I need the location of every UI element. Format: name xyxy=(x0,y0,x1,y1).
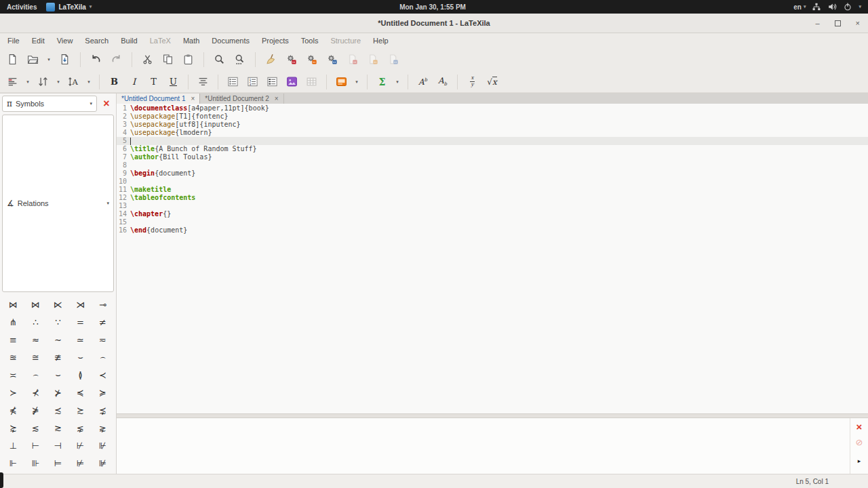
menu-math[interactable]: Math xyxy=(177,35,205,47)
symbol-button[interactable]: ≽ xyxy=(92,384,114,401)
code-line[interactable]: 7\author{Bill Toulas} xyxy=(117,153,868,161)
symbol-button[interactable]: ≻ xyxy=(2,384,24,401)
sectioning-dropdown[interactable]: ▾ xyxy=(24,73,32,90)
symbol-button[interactable]: ⊮ xyxy=(92,436,114,454)
menu-help[interactable]: Help xyxy=(367,35,395,47)
math-environments-button[interactable]: Σ xyxy=(374,73,391,90)
centering-button[interactable] xyxy=(195,73,212,90)
power-icon[interactable] xyxy=(843,2,852,12)
symbol-button[interactable]: ⋔ xyxy=(2,313,24,331)
menu-structure[interactable]: Structure xyxy=(324,35,367,47)
code-line[interactable]: 11\maketitle xyxy=(117,186,868,194)
superscript-button[interactable]: Ab xyxy=(414,73,431,90)
close-tab-icon[interactable]: × xyxy=(191,96,195,102)
symbol-button[interactable]: ⊯ xyxy=(92,454,114,472)
symbol-button[interactable]: ∴ xyxy=(24,313,47,331)
side-panel-component-selector[interactable]: π Symbols ▾ xyxy=(2,96,97,112)
symbol-button[interactable]: ∼ xyxy=(47,331,69,348)
search-button[interactable] xyxy=(211,51,228,68)
build-tool-blue-button[interactable] xyxy=(323,51,340,68)
system-menu-chevron-icon[interactable]: ▾ xyxy=(859,4,861,9)
symbol-button[interactable]: ≃ xyxy=(69,331,92,348)
code-line[interactable]: 3\usepackage[utf8]{inputenc} xyxy=(117,121,868,129)
search-and-replace-button[interactable] xyxy=(231,51,248,68)
code-line[interactable]: 16\end{document} xyxy=(117,226,868,235)
symbol-button[interactable]: ⌣ xyxy=(47,366,69,384)
square-root-button[interactable]: √x xyxy=(484,73,500,90)
menu-projects[interactable]: Projects xyxy=(256,35,295,47)
symbol-button[interactable]: ≈ xyxy=(24,331,47,348)
focused-app-menu[interactable]: LaTeXila ▾ xyxy=(46,3,92,12)
symbol-button[interactable]: ⋠ xyxy=(2,401,24,419)
code-line[interactable]: 13 xyxy=(117,202,868,210)
maximize-button[interactable] xyxy=(835,20,841,26)
close-tab-icon[interactable]: × xyxy=(275,96,279,102)
code-line[interactable]: 14\chapter{} xyxy=(117,210,868,218)
copy-button[interactable] xyxy=(159,51,176,68)
symbol-button[interactable]: ⋧ xyxy=(92,419,114,436)
symbol-button[interactable]: ≇ xyxy=(47,348,69,366)
menu-search[interactable]: Search xyxy=(79,35,115,47)
menu-latex[interactable]: LaTeX xyxy=(144,35,177,47)
minimize-button[interactable]: – xyxy=(815,20,819,27)
list-itemize-button[interactable] xyxy=(224,73,241,90)
symbol-button[interactable]: ⊥ xyxy=(2,436,24,454)
symbol-button[interactable]: ⋊ xyxy=(69,296,92,313)
symbol-button[interactable]: ≊ xyxy=(2,348,24,366)
subscript-button[interactable]: Ab xyxy=(434,73,451,90)
undo-button[interactable] xyxy=(87,51,104,68)
window-titlebar[interactable]: *Untitled Document 1 - LaTeXila – × xyxy=(0,14,868,33)
tab-inactive[interactable]: *Untitled Document 2× xyxy=(200,94,283,104)
symbol-button[interactable]: ⋦ xyxy=(69,419,92,436)
code-line[interactable]: 6\title{A Bunch of Random Stuff} xyxy=(117,145,868,153)
code-line[interactable]: 9\begin{document} xyxy=(117,169,868,178)
presentation-dropdown[interactable]: ▾ xyxy=(353,73,361,90)
close-output-icon[interactable]: × xyxy=(856,422,863,432)
code-line[interactable]: 8 xyxy=(117,161,868,169)
menu-tools[interactable]: Tools xyxy=(295,35,325,47)
symbol-button[interactable]: ⊨ xyxy=(47,454,69,472)
symbol-button[interactable]: ⊩ xyxy=(2,454,24,472)
symbol-button[interactable]: ≺ xyxy=(92,366,114,384)
symbol-button[interactable]: ≂ xyxy=(92,331,114,348)
symbol-button[interactable]: ⊬ xyxy=(69,436,92,454)
symbol-button[interactable]: ⊁ xyxy=(47,384,69,401)
math-environments-dropdown[interactable]: ▾ xyxy=(393,73,401,90)
menu-file[interactable]: File xyxy=(1,35,26,47)
expand-panel-icon[interactable]: ▸ xyxy=(858,458,861,464)
presentation-environment-button[interactable] xyxy=(333,73,350,90)
code-line[interactable]: 5 xyxy=(117,137,868,145)
symbol-button[interactable]: ≳ xyxy=(47,419,69,436)
symbol-button[interactable]: ∵ xyxy=(47,313,69,331)
code-editor[interactable]: 1\documentclass[a4paper,11pt]{book}2\use… xyxy=(117,104,868,413)
symbol-button[interactable]: ⌣ xyxy=(69,348,92,366)
symbol-button[interactable]: ⌢ xyxy=(92,348,114,366)
menu-build[interactable]: Build xyxy=(115,35,143,47)
symbol-button[interactable]: ≠ xyxy=(92,313,114,331)
menu-edit[interactable]: Edit xyxy=(26,35,51,47)
keyboard-layout-indicator[interactable]: en ▾ xyxy=(793,3,806,11)
references-dropdown[interactable]: ▾ xyxy=(54,73,62,90)
close-side-panel-button[interactable]: × xyxy=(99,96,114,111)
menu-documents[interactable]: Documents xyxy=(205,35,256,47)
symbol-button[interactable]: ⋉ xyxy=(47,296,69,313)
character-size-dropdown[interactable]: ▾ xyxy=(85,73,93,90)
code-line[interactable]: 4\usepackage{lmodern} xyxy=(117,129,868,137)
typewriter-button[interactable]: T xyxy=(145,73,162,90)
symbol-button[interactable]: ⋩ xyxy=(2,419,24,436)
close-window-button[interactable]: × xyxy=(856,20,860,27)
symbol-button[interactable]: ⊢ xyxy=(24,436,47,454)
character-size-button[interactable]: A xyxy=(65,73,82,90)
italic-button[interactable]: I xyxy=(125,73,142,90)
symbol-button[interactable]: ⊸ xyxy=(92,296,114,313)
symbol-button[interactable]: ⋡ xyxy=(24,401,47,419)
symbol-button[interactable]: ⊭ xyxy=(69,454,92,472)
build-tool-orange-button[interactable] xyxy=(303,51,320,68)
code-line[interactable]: 10 xyxy=(117,178,868,186)
clean-build-files-button[interactable] xyxy=(262,51,279,68)
symbol-category-selector[interactable]: ∡ Relations ▾ xyxy=(2,115,114,292)
underline-button[interactable]: U xyxy=(165,73,182,90)
symbol-button[interactable]: ≾ xyxy=(47,401,69,419)
overlay-scrollbar-thumb[interactable] xyxy=(0,472,3,488)
bold-button[interactable]: B xyxy=(106,73,123,90)
